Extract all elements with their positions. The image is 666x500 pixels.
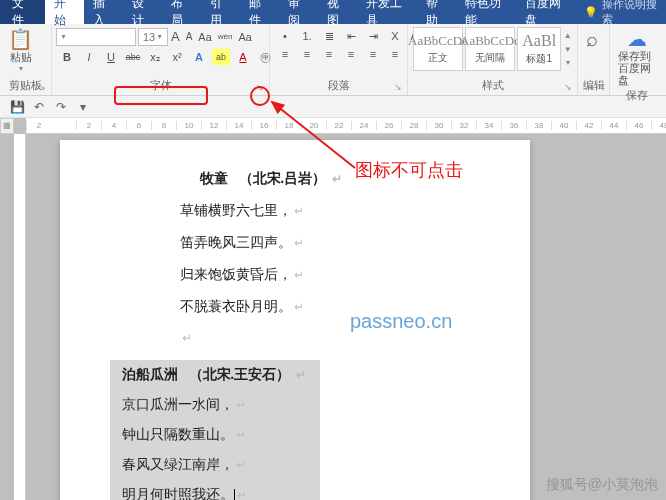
horizontal-ruler[interactable]: 2246810121416182022242628303234363840424…: [26, 118, 666, 134]
shrink-font-button[interactable]: A: [185, 30, 194, 43]
tab-features[interactable]: 特色功能: [456, 0, 516, 24]
poem1-line: 归来饱饭黄昏后，↵: [180, 266, 530, 284]
style-preview: AaBbCcDc: [460, 33, 520, 49]
save-to-baidu-button[interactable]: ☁ 保存到 百度网盘: [614, 27, 660, 88]
paste-icon: 📋: [8, 29, 33, 49]
tab-review[interactable]: 审阅: [279, 0, 318, 24]
style-nospacing[interactable]: AaBbCcDc 无间隔: [465, 27, 515, 71]
change-case-button[interactable]: Aa: [197, 30, 212, 44]
grow-font-button[interactable]: A: [170, 28, 181, 45]
vertical-ruler[interactable]: [14, 134, 26, 500]
poem2-title: 泊船瓜洲: [122, 367, 178, 382]
qat-more-button[interactable]: ▾: [74, 98, 92, 116]
group-save-label: 保存: [610, 88, 664, 105]
decrease-indent-button[interactable]: ⇤: [342, 28, 360, 44]
qat-redo-button[interactable]: ↷: [52, 98, 70, 116]
group-save: ☁ 保存到 百度网盘 保存: [610, 24, 664, 95]
find-button[interactable]: ⌕: [582, 27, 602, 51]
numbering-button[interactable]: 1.: [298, 28, 316, 44]
tab-mailings[interactable]: 邮件: [240, 0, 279, 24]
phonetic-guide-button[interactable]: wén: [217, 31, 234, 42]
style-preview: AaBl: [522, 32, 556, 50]
group-font: ▼ 13▼ A A Aa wén Aa B I U abc x₂ x² A ab: [52, 24, 270, 95]
paste-button[interactable]: 📋 粘贴 ▼: [4, 27, 37, 74]
clipboard-launcher-icon[interactable]: ↘: [36, 81, 48, 93]
styles-launcher-icon[interactable]: ↘: [562, 81, 574, 93]
poem1-author: （北宋.吕岩）: [239, 171, 327, 186]
clear-format-button[interactable]: Aa: [238, 30, 253, 44]
document-body: 牧童 （北宋.吕岩） ↵ 草铺横野六七里，↵ 笛弄晚风三四声。↵ 归来饱饭黄昏后…: [60, 170, 530, 500]
tab-layout[interactable]: 布局: [162, 0, 201, 24]
align-distribute-button[interactable]: ≡: [364, 46, 382, 62]
group-editing: ⌕ 编辑: [578, 24, 610, 95]
find-icon: ⌕: [586, 29, 598, 49]
cn-number-button[interactable]: X: [386, 28, 404, 44]
style-name: 无间隔: [475, 51, 505, 65]
tab-view[interactable]: 视图: [318, 0, 357, 24]
poem2-title-line: 泊船瓜洲 （北宋.王安石） ↵: [122, 366, 320, 384]
poem1-line: 草铺横野六七里，↵: [180, 202, 530, 220]
ribbon: 📋 粘贴 ▼ 剪贴板 ↘ ▼ 13▼ A A Aa wén Aa: [0, 24, 666, 96]
chevron-down-icon: ▼: [562, 45, 573, 54]
tab-insert[interactable]: 插入: [84, 0, 123, 24]
group-paragraph-label: 段落 ↘: [270, 78, 407, 95]
align-justify-button[interactable]: ≡: [342, 46, 360, 62]
chevron-down-icon: ▼: [18, 65, 25, 72]
paste-label: 粘贴: [10, 50, 32, 65]
superscript-button[interactable]: x²: [168, 49, 186, 65]
group-styles-label: 样式 ↘: [408, 78, 577, 95]
tab-home[interactable]: 开始: [45, 0, 84, 24]
tell-me-label: 操作说明搜索: [602, 0, 658, 27]
group-paragraph: • 1. ≣ ⇤ ⇥ X A↓ ¶ ≡ ≡ ≡ ≡ ≡ ≡ ▧: [270, 24, 408, 95]
menu-file[interactable]: 文件: [0, 0, 45, 24]
document-page[interactable]: 牧童 （北宋.吕岩） ↵ 草铺横野六七里，↵ 笛弄晚风三四声。↵ 归来饱饭黄昏后…: [60, 140, 530, 500]
tab-help[interactable]: 帮助: [417, 0, 456, 24]
chevron-up-icon: ▲: [562, 31, 573, 40]
multilevel-button[interactable]: ≣: [320, 28, 338, 44]
paragraph-launcher-icon[interactable]: ↘: [392, 81, 404, 93]
tab-design[interactable]: 设计: [123, 0, 162, 24]
text-effects-button[interactable]: A: [190, 49, 208, 65]
underline-button[interactable]: U: [102, 49, 120, 65]
strike-button[interactable]: abc: [124, 49, 142, 65]
cloud-save-icon: ☁: [627, 29, 647, 49]
ruler-toggle[interactable]: ▦: [0, 118, 14, 134]
bullets-button[interactable]: •: [276, 28, 294, 44]
subscript-button[interactable]: x₂: [146, 49, 164, 65]
tell-me-search[interactable]: 💡 操作说明搜索: [576, 0, 666, 24]
group-clipboard-label: 剪贴板 ↘: [0, 78, 51, 95]
font-name-combo[interactable]: ▼: [56, 28, 136, 46]
poem1-line: 笛弄晚风三四声。↵: [180, 234, 530, 252]
styles-gallery-expand[interactable]: ▲ ▼ ▾: [562, 27, 573, 71]
increase-indent-button[interactable]: ⇥: [364, 28, 382, 44]
tab-baidu[interactable]: 百度网盘: [516, 0, 576, 24]
poem2-author: （北宋.王安石）: [189, 367, 291, 382]
bulb-icon: 💡: [584, 6, 598, 19]
watermark-passneo: passneo.cn: [350, 310, 452, 333]
italic-button[interactable]: I: [80, 49, 98, 65]
poem2-line: 钟山只隔数重山。↵: [122, 426, 320, 444]
qat-undo-button[interactable]: ↶: [30, 98, 48, 116]
bold-button[interactable]: B: [58, 49, 76, 65]
group-editing-label: 编辑: [578, 78, 609, 95]
align-center-button[interactable]: ≡: [298, 46, 316, 62]
align-right-button[interactable]: ≡: [320, 46, 338, 62]
font-size-combo[interactable]: 13▼: [138, 28, 168, 46]
style-heading1[interactable]: AaBl 标题1: [517, 27, 561, 71]
poem2-line: 春风又绿江南岸，↵: [122, 456, 320, 474]
align-left-button[interactable]: ≡: [276, 46, 294, 62]
poem2-line: 京口瓜洲一水间，↵: [122, 396, 320, 414]
style-preview: AaBbCcDc: [408, 33, 468, 49]
menubar: 文件 开始 插入 设计 布局 引用 邮件 审阅 视图 开发工具 帮助 特色功能 …: [0, 0, 666, 24]
highlight-button[interactable]: ab: [212, 49, 230, 65]
qat-save-button[interactable]: 💾: [8, 98, 26, 116]
tab-references[interactable]: 引用: [201, 0, 240, 24]
font-color-button[interactable]: A: [234, 49, 252, 65]
document-area: ▦ 22468101214161820222426283032343638404…: [0, 118, 666, 500]
group-clipboard: 📋 粘贴 ▼ 剪贴板 ↘: [0, 24, 52, 95]
line-spacing-button[interactable]: ≡: [386, 46, 404, 62]
group-styles: AaBbCcDc 正文 AaBbCcDc 无间隔 AaBl 标题1 ▲ ▼ ▾ …: [408, 24, 578, 95]
style-normal[interactable]: AaBbCcDc 正文: [413, 27, 463, 71]
save-to-baidu-label: 保存到 百度网盘: [618, 50, 656, 86]
tab-devtools[interactable]: 开发工具: [357, 0, 417, 24]
